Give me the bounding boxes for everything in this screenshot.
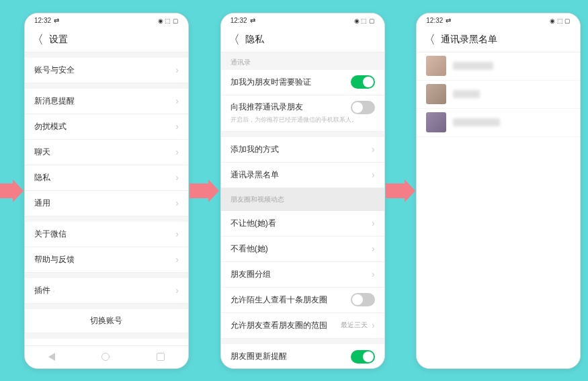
- toggle-verify[interactable]: [351, 75, 375, 89]
- item-view-range[interactable]: 允许朋友查看朋友圈的范围 最近三天 ›: [221, 313, 384, 339]
- section-contacts: 通讯录: [221, 52, 384, 70]
- phone-screen-privacy: 12:32 ⇄ ◉ ⬚ ▢ 〈 隐私 通讯录 加我为朋友时需要验证 向我推荐通讯…: [220, 13, 385, 369]
- phone-screen-settings: 12:32 ⇄ ◉ ⬚ ▢ 〈 设置 账号与安全 › 新消息提醒 › 勿扰模式 …: [24, 13, 189, 369]
- chevron-right-icon: ›: [372, 144, 375, 155]
- item-plugins[interactable]: 插件◦ ›: [25, 278, 188, 304]
- arrow-indicator: [386, 179, 415, 202]
- chevron-right-icon: ›: [372, 320, 375, 331]
- contact-name-blurred: [453, 90, 480, 98]
- android-nav-bar: [25, 345, 188, 368]
- chevron-right-icon: ›: [175, 254, 179, 265]
- item-privacy[interactable]: 隐私 ›: [25, 165, 188, 191]
- content-area: 账号与安全 › 新消息提醒 › 勿扰模式 › 聊天 › 隐私 › 通用 › 关于…: [25, 52, 188, 345]
- page-title: 通讯录黑名单: [441, 34, 497, 46]
- chevron-right-icon: ›: [372, 169, 375, 180]
- toggle-recommend[interactable]: [351, 101, 375, 114]
- chevron-right-icon: ›: [175, 95, 179, 106]
- item-blacklist[interactable]: 通讯录黑名单 ›: [221, 163, 384, 188]
- item-dnd[interactable]: 勿扰模式 ›: [25, 114, 188, 140]
- header: 〈 通讯录黑名单: [417, 28, 580, 52]
- page-title: 隐私: [245, 34, 264, 46]
- status-sync-icon: ⇄: [446, 17, 451, 24]
- chevron-right-icon: ›: [175, 121, 179, 132]
- status-time: 12:32: [34, 17, 51, 24]
- logout-button[interactable]: 退出: [25, 339, 188, 345]
- avatar: [426, 112, 446, 132]
- page-title: 设置: [49, 34, 68, 46]
- chevron-right-icon: ›: [372, 243, 375, 254]
- item-verify-friend[interactable]: 加我为朋友时需要验证: [221, 70, 384, 95]
- status-bar: 12:32 ⇄ ◉ ⬚ ▢: [221, 13, 384, 28]
- header: 〈 隐私: [221, 28, 384, 52]
- chevron-right-icon: ›: [175, 146, 179, 157]
- nav-back-icon[interactable]: [48, 353, 55, 361]
- header: 〈 设置: [25, 28, 188, 52]
- toggle-stranger[interactable]: [351, 293, 375, 306]
- chevron-right-icon: ›: [175, 65, 179, 75]
- blacklist-contact[interactable]: [417, 81, 580, 109]
- chevron-right-icon: ›: [175, 285, 179, 296]
- avatar: [426, 84, 446, 104]
- back-icon[interactable]: 〈: [32, 32, 44, 48]
- item-moment-groups[interactable]: 朋友圈分组 ›: [221, 262, 384, 288]
- item-add-method[interactable]: 添加我的方式 ›: [221, 137, 384, 163]
- chevron-right-icon: ›: [175, 172, 179, 183]
- chevron-right-icon: ›: [175, 198, 179, 208]
- nav-recent-icon[interactable]: [157, 353, 165, 361]
- arrow-indicator: [190, 179, 219, 202]
- item-new-message[interactable]: 新消息提醒 ›: [25, 89, 188, 114]
- contact-name-blurred: [453, 118, 500, 126]
- content-area: 通讯录 加我为朋友时需要验证 向我推荐通讯录朋友 开启后，为你推荐已经开通微信的…: [221, 52, 384, 368]
- item-help[interactable]: 帮助与反馈 ›: [25, 247, 188, 273]
- contact-name-blurred: [453, 62, 493, 70]
- arrow-indicator: [0, 179, 24, 202]
- phone-screen-blacklist: 12:32 ⇄ ◉ ⬚ ▢ 〈 通讯录黑名单: [416, 13, 581, 369]
- nav-home-icon[interactable]: [101, 353, 110, 361]
- item-chat[interactable]: 聊天 ›: [25, 140, 188, 165]
- item-account-security[interactable]: 账号与安全 ›: [25, 58, 188, 83]
- status-right-icons: ◉ ⬚ ▢: [158, 17, 179, 24]
- status-time: 12:32: [230, 17, 247, 24]
- switch-account-button[interactable]: 切换账号: [25, 309, 188, 333]
- status-bar: 12:32 ⇄ ◉ ⬚ ▢: [25, 13, 188, 28]
- item-moment-notify[interactable]: 朋友圈更新提醒: [221, 344, 384, 368]
- badge-icon: ◦: [53, 288, 55, 294]
- avatar: [426, 56, 446, 76]
- status-right-icons: ◉ ⬚ ▢: [550, 17, 571, 24]
- chevron-right-icon: ›: [372, 218, 375, 228]
- blacklist-contact[interactable]: [417, 52, 580, 81]
- status-sync-icon: ⇄: [54, 17, 59, 24]
- range-value: 最近三天: [341, 321, 368, 330]
- status-sync-icon: ⇄: [250, 17, 255, 24]
- blacklist-contact[interactable]: [417, 109, 580, 137]
- item-general[interactable]: 通用 ›: [25, 191, 188, 216]
- item-stranger-ten[interactable]: 允许陌生人查看十条朋友圈: [221, 288, 384, 313]
- item-recommend-contacts[interactable]: 向我推荐通讯录朋友 开启后，为你推荐已经开通微信的手机联系人。: [221, 95, 384, 132]
- chevron-right-icon: ›: [372, 269, 375, 280]
- status-bar: 12:32 ⇄ ◉ ⬚ ▢: [417, 13, 580, 28]
- item-about[interactable]: 关于微信 ›: [25, 222, 188, 247]
- back-icon[interactable]: 〈: [423, 32, 435, 48]
- status-right-icons: ◉ ⬚ ▢: [354, 17, 375, 24]
- item-hide-their[interactable]: 不看他(她) ›: [221, 237, 384, 262]
- section-moments: 朋友圈和视频动态: [221, 188, 384, 211]
- toggle-notify[interactable]: [351, 350, 375, 364]
- item-hide-from[interactable]: 不让他(她)看 ›: [221, 211, 384, 237]
- content-area: [417, 52, 580, 368]
- status-time: 12:32: [426, 17, 443, 24]
- chevron-right-icon: ›: [175, 228, 179, 239]
- back-icon[interactable]: 〈: [228, 32, 240, 48]
